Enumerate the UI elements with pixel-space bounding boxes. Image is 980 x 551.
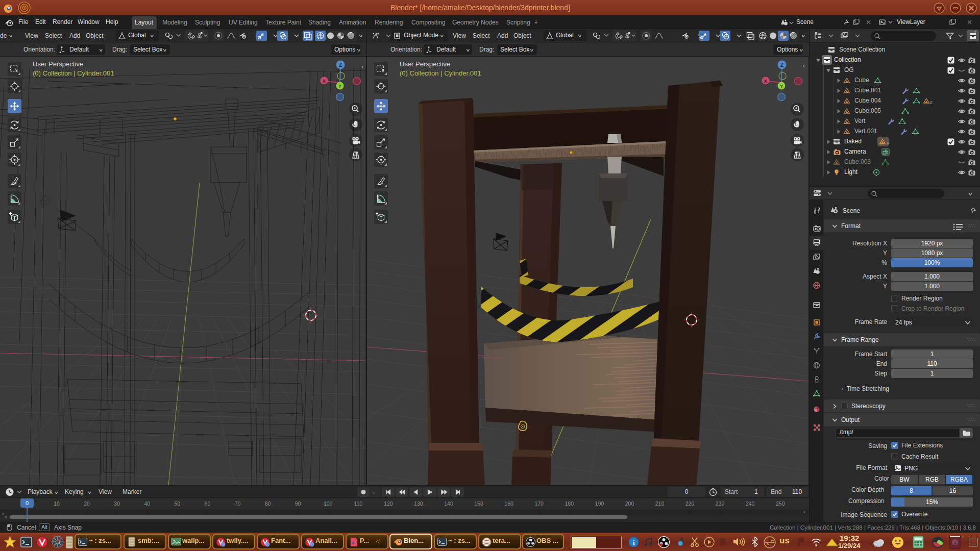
svg-text:Z: Z	[780, 62, 783, 68]
svg-text:a: a	[954, 540, 957, 545]
svg-text:Y: Y	[338, 83, 342, 89]
svg-text:X: X	[764, 78, 768, 84]
svg-text:Z: Z	[339, 62, 342, 68]
svg-text:X: X	[323, 78, 326, 84]
svg-text:i: i	[633, 539, 635, 546]
svg-text:Y: Y	[780, 83, 783, 89]
svg-text:4: 4	[887, 152, 889, 155]
